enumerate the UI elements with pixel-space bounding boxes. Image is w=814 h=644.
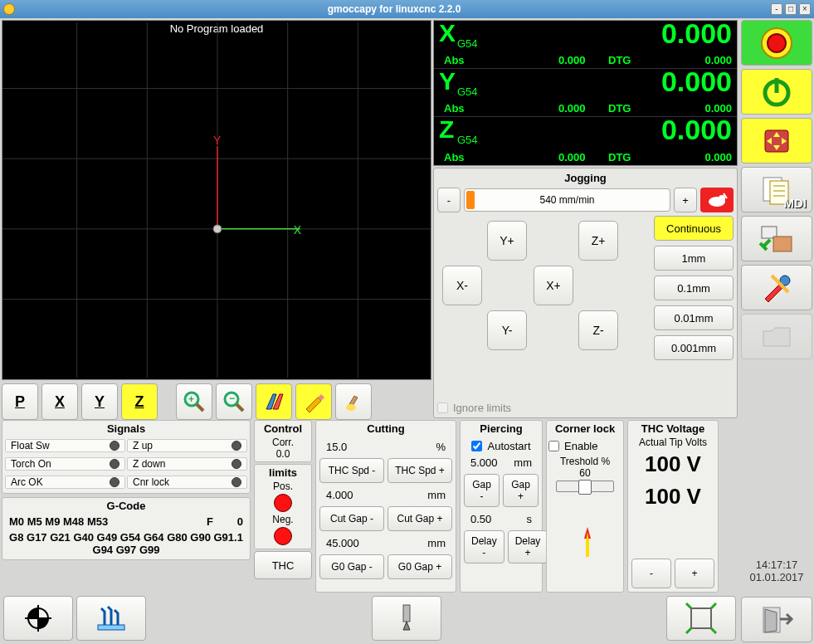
jog-step-0001mm-button[interactable]: 0.001mm	[654, 335, 734, 360]
jog-z-minus-button[interactable]: Z-	[578, 310, 618, 350]
ignore-limits-checkbox[interactable]: Ignore limits	[437, 402, 734, 414]
cutting-panel: Cutting 15.0% THC Spd -THC Spd + 4.000mm…	[315, 420, 456, 593]
svg-text:Y: Y	[213, 134, 221, 147]
led-icon	[232, 477, 241, 487]
gcode-m-codes: M0 M5 M9 M48 M53F 0	[4, 514, 248, 529]
exit-button[interactable]	[741, 597, 812, 642]
window-minimize-icon[interactable]: ‐	[771, 3, 782, 15]
touch-off-button[interactable]	[3, 596, 73, 641]
estop-button[interactable]	[741, 20, 812, 66]
jog-z-plus-button[interactable]: Z+	[578, 221, 618, 261]
jog-speed-slider[interactable]: 540 mm/min	[464, 188, 670, 212]
gcode-title: G-Code	[4, 500, 248, 512]
view-perspective-button[interactable]: P	[2, 383, 38, 420]
svg-rect-28	[403, 605, 410, 622]
svg-point-31	[768, 34, 786, 52]
cut-gap-minus-button[interactable]: Cut Gap -	[319, 506, 384, 531]
corner-threshold-slider[interactable]	[556, 481, 614, 492]
thc-volts-minus-button[interactable]: -	[631, 559, 671, 588]
window-titlebar: gmoccapy for linuxcnc 2.2.0 ‐ □ ×	[0, 0, 814, 18]
thc-toggle-button[interactable]: THC	[254, 551, 312, 579]
svg-point-20	[346, 404, 356, 411]
jog-mode-button[interactable]	[741, 118, 812, 163]
jog-step-001mm-button[interactable]: 0.01mm	[654, 305, 734, 330]
limit-neg-led-icon	[274, 527, 292, 545]
auto-mode-button[interactable]	[741, 216, 812, 261]
pierce-gap-minus-button[interactable]: Gap-	[464, 474, 500, 507]
svg-rect-29	[691, 608, 711, 628]
jog-x-minus-button[interactable]: X-	[442, 266, 482, 305]
cut-gap-plus-button[interactable]: Cut Gap +	[388, 506, 452, 531]
led-icon	[110, 441, 119, 451]
toolpath-preview[interactable]: No Program loaded X Y	[2, 20, 431, 380]
thc-actual-volts: 100 V	[630, 451, 716, 477]
led-icon	[232, 459, 241, 469]
pierce-gap-plus-button[interactable]: Gap+	[503, 474, 539, 507]
signal-cnr-lock: Cnr lock	[127, 476, 247, 489]
window-maximize-icon[interactable]: □	[785, 3, 797, 15]
zoom-out-button[interactable]: −	[216, 383, 252, 420]
thc-spd-minus-button[interactable]: THC Spd -	[319, 458, 384, 483]
thc-voltage-panel: THC Voltage Actual Tip Volts 100 V 100 V…	[627, 420, 719, 593]
corner-enable-checkbox[interactable]: Enable	[548, 440, 621, 452]
jog-x-plus-button[interactable]: X+	[534, 266, 573, 305]
settings-button[interactable]	[741, 265, 812, 310]
svg-line-18	[236, 404, 243, 411]
view-z-button[interactable]: Z	[121, 383, 158, 420]
dro-x-row: X G54 0.000 Abs 0.000 DTG 0.000	[434, 21, 737, 69]
g0-gap-plus-button[interactable]: G0 Gap +	[388, 554, 452, 579]
svg-point-13	[213, 225, 222, 233]
autostart-checkbox[interactable]: Autostart	[462, 440, 540, 452]
svg-line-15	[197, 404, 203, 411]
gcode-g-codes: G8 G17 G21 G40 G49 G54 G64 G80 G90 G91.1…	[4, 529, 248, 558]
jog-speed-plus-button[interactable]: +	[674, 188, 697, 212]
clear-button[interactable]	[335, 383, 372, 420]
jog-speed-minus-button[interactable]: -	[437, 188, 461, 212]
delay-plus-button[interactable]: Delay+	[508, 530, 548, 564]
signal-z-up: Z up	[127, 439, 247, 452]
flame-icon	[548, 494, 626, 557]
svg-rect-41	[773, 237, 792, 251]
spindle-button[interactable]	[372, 596, 441, 641]
edit-button[interactable]	[295, 383, 332, 420]
fullscreen-button[interactable]	[666, 596, 736, 641]
zoom-in-button[interactable]: +	[176, 383, 212, 420]
delay-minus-button[interactable]: Delay-	[464, 530, 504, 564]
tool-button[interactable]	[76, 596, 146, 641]
svg-text:−: −	[229, 393, 235, 404]
signals-title: Signals	[4, 422, 248, 435]
led-icon	[232, 441, 241, 451]
jog-rapid-button[interactable]	[700, 188, 734, 212]
clock-display: 14:17:17 01.01.2017	[741, 548, 812, 593]
g0-gap-minus-button[interactable]: G0 Gap -	[319, 554, 384, 579]
svg-rect-27	[98, 625, 124, 630]
corner-lock-panel: Corner lock Enable Treshold % 60	[546, 420, 624, 593]
signal-torch-on: Torch On	[5, 457, 125, 471]
view-y-button[interactable]: Y	[81, 383, 118, 420]
jog-step-01mm-button[interactable]: 0.1mm	[654, 276, 734, 300]
thc-spd-plus-button[interactable]: THC Spd +	[388, 458, 452, 483]
power-button[interactable]	[741, 69, 812, 115]
dro-y-row: Y G54 0.000 Abs 0.000 DTG 0.000	[434, 69, 737, 117]
folder-button[interactable]	[741, 314, 812, 359]
thc-set-volts: 100 V	[630, 484, 716, 510]
jog-step-continuous-button[interactable]: Continuous	[654, 216, 734, 241]
thc-volts-plus-button[interactable]: +	[675, 559, 714, 588]
measure-button[interactable]	[256, 383, 292, 420]
led-icon	[110, 459, 119, 469]
piercing-panel: Piercing Autostart 5.000mm Gap-Gap+ 0.50…	[460, 420, 543, 593]
window-title: gmoccapy for linuxcnc 2.2.0	[20, 3, 768, 15]
signal-float-sw: Float Sw	[5, 439, 125, 452]
app-icon	[3, 3, 15, 15]
window-close-icon[interactable]: ×	[799, 3, 811, 15]
jog-y-plus-button[interactable]: Y+	[487, 221, 527, 261]
dro-z-row: Z G54 0.000 Abs 0.000 DTG 0.000	[434, 117, 737, 165]
dro-panel: X G54 0.000 Abs 0.000 DTG 0.000 Y G54 0.…	[433, 20, 738, 166]
view-x-button[interactable]: X	[41, 383, 78, 420]
jog-panel: Jogging - 540 mm/min +	[433, 168, 738, 418]
jog-y-minus-button[interactable]: Y-	[487, 310, 527, 350]
mdi-mode-button[interactable]: MDI	[741, 167, 812, 212]
signal-arc-ok: Arc OK	[5, 476, 125, 489]
jog-step-1mm-button[interactable]: 1mm	[654, 246, 734, 271]
svg-point-22	[719, 195, 725, 202]
